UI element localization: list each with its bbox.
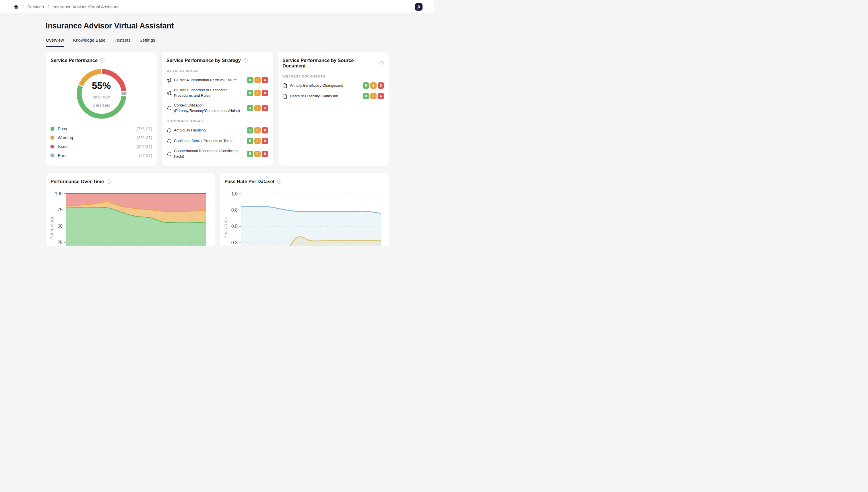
- legend-row-issue: Issue (32/137): [51, 144, 152, 150]
- card-title: Pass Rate Per Dataset: [224, 179, 274, 184]
- pass-count-badge: 5: [247, 127, 253, 133]
- legend-count: (4/137): [139, 153, 152, 158]
- tab-settings[interactable]: Settings: [139, 38, 155, 47]
- person-icon: [417, 5, 421, 9]
- warning-count-badge: 6: [370, 93, 377, 99]
- tab-testsets[interactable]: Testsets: [114, 38, 131, 47]
- pass-count-badge: 5: [247, 151, 253, 157]
- legend-label: Pass: [58, 127, 67, 131]
- legend-row-warning: Warning (26/137): [51, 134, 152, 141]
- svg-text:0.3: 0.3: [231, 240, 238, 245]
- user-avatar[interactable]: [415, 3, 423, 10]
- svg-text:?: ?: [245, 59, 246, 62]
- megaphone-icon: [167, 90, 172, 96]
- breadcrumb: / Services / Insurance Advisor Virtual A…: [14, 4, 119, 9]
- issue-count-badge: 6: [262, 77, 268, 83]
- warning-count-badge: 0: [254, 138, 261, 144]
- area-row[interactable]: Conflating Similar Products or Terms 500: [167, 138, 268, 144]
- legend-count: (26/137): [137, 136, 152, 140]
- area-row[interactable]: Context Utilization (Primacy/Recency/Com…: [167, 103, 268, 114]
- legend-row-pass: Pass (75/137): [51, 126, 152, 132]
- breadcrumb-separator: /: [48, 4, 49, 9]
- area-row-label: Ambiguity Handling: [174, 128, 247, 133]
- card-title: Performance Over Time: [51, 179, 104, 184]
- breadcrumb-item-current[interactable]: Insurance Advisor Virtual Assistant: [52, 4, 119, 9]
- help-icon[interactable]: ?: [106, 179, 111, 184]
- tab-knowledge-base[interactable]: Knowledge Base: [73, 38, 106, 47]
- area-row-label: Annuity Beneficiary Changes.md: [290, 83, 363, 89]
- pass-count-badge: 0: [247, 77, 253, 83]
- area-row[interactable]: Cluster 4: Information Retrieval Failure…: [167, 77, 268, 83]
- donut-segment-pass: [79, 86, 124, 116]
- area-row-label: Death or Disability Claims.md: [290, 94, 363, 99]
- card-service-performance: Service Performance ? 55% pass rate 3 te…: [46, 52, 157, 166]
- warning-count-badge: 2: [370, 82, 377, 89]
- legend-row-error: Error (4/137): [51, 152, 152, 158]
- pass-count-badge: 5: [247, 138, 253, 144]
- issue-count-badge: 4: [262, 105, 268, 112]
- donut-legend: Pass (75/137) Warning (26/137) Issue (32…: [51, 126, 152, 158]
- card-performance-by-source-document: Service Performance by Source Document ?…: [278, 52, 389, 166]
- warning-count-badge: 0: [254, 127, 261, 133]
- pass-count-badge: 0: [363, 93, 369, 99]
- card-title: Service Performance: [51, 58, 98, 63]
- legend-swatch: [51, 145, 54, 148]
- pass-count-badge: 4: [247, 105, 253, 112]
- scope-icon: [167, 128, 172, 133]
- help-icon[interactable]: ?: [277, 179, 281, 184]
- area-row-label: Counterfactual Robustness (Conflicting F…: [174, 148, 247, 159]
- section-heading: STRONGEST AREAS: [167, 119, 268, 123]
- legend-count: (32/137): [137, 144, 152, 149]
- svg-text:25: 25: [57, 240, 63, 245]
- area-row[interactable]: Death or Disability Claims.md 064: [282, 93, 384, 99]
- svg-text:?: ?: [278, 180, 280, 183]
- svg-text:75: 75: [57, 207, 63, 212]
- help-icon[interactable]: ?: [379, 61, 384, 66]
- legend-swatch: [51, 127, 54, 131]
- area-row-label: Conflating Similar Products or Terms: [174, 138, 247, 144]
- area-row-label: Cluster 4: Information Retrieval Failure: [174, 77, 247, 83]
- help-icon[interactable]: ?: [243, 58, 248, 63]
- legend-label: Error: [58, 153, 67, 158]
- issue-count-badge: 0: [262, 138, 268, 144]
- breadcrumb-separator: /: [22, 4, 24, 9]
- area-row[interactable]: Annuity Beneficiary Changes.md 023: [282, 82, 384, 89]
- tab-overview[interactable]: Overview: [46, 38, 64, 47]
- svg-text:0.8: 0.8: [231, 207, 238, 213]
- legend-swatch: [51, 136, 54, 140]
- card-performance-over-time: Performance Over Time ? 100755025Percent…: [46, 173, 215, 246]
- page-title: Insurance Advisor Virtual Assistant: [46, 22, 434, 30]
- area-row[interactable]: Cluster 1: Incorrect or Fabricated Proce…: [167, 88, 268, 98]
- scope-icon: [167, 138, 172, 144]
- warning-count-badge: 0: [254, 90, 261, 96]
- top-bar: / Services / Insurance Advisor Virtual A…: [0, 0, 434, 14]
- donut-segment-issue: [102, 72, 124, 91]
- svg-text:100: 100: [55, 191, 63, 196]
- document-icon: [282, 94, 288, 99]
- svg-text:?: ?: [102, 59, 103, 62]
- service-performance-donut: [51, 66, 153, 122]
- svg-text:50: 50: [57, 224, 63, 228]
- svg-text:Percentage: Percentage: [49, 216, 54, 240]
- tab-bar: OverviewKnowledge BaseTestsetsSettings: [46, 38, 396, 47]
- area-row[interactable]: Counterfactual Robustness (Conflicting F…: [167, 148, 268, 159]
- document-icon: [282, 83, 288, 89]
- breadcrumb-item-services[interactable]: Services: [27, 4, 44, 9]
- legend-count: (75/137): [137, 127, 152, 131]
- warning-count-badge: 2: [254, 105, 261, 112]
- svg-text:?: ?: [381, 62, 382, 65]
- card-performance-by-strategy: Service Performance by Strategy ? WEAKES…: [162, 52, 273, 166]
- legend-label: Warning: [58, 136, 73, 140]
- svg-text:0.5: 0.5: [231, 224, 238, 229]
- area-row-label: Cluster 1: Incorrect or Fabricated Proce…: [174, 88, 247, 98]
- issue-count-badge: 4: [378, 93, 384, 99]
- warning-count-badge: 0: [254, 77, 261, 83]
- megaphone-icon: [167, 77, 172, 83]
- area-row[interactable]: Ambiguity Handling 500: [167, 127, 268, 133]
- section-heading: WEAKEST AREAS: [167, 69, 268, 73]
- scope-icon: [167, 151, 172, 157]
- issue-count-badge: 0: [262, 151, 268, 157]
- home-icon[interactable]: [14, 4, 19, 9]
- help-icon[interactable]: ?: [100, 58, 105, 63]
- card-title: Service Performance by Source Document: [282, 58, 377, 69]
